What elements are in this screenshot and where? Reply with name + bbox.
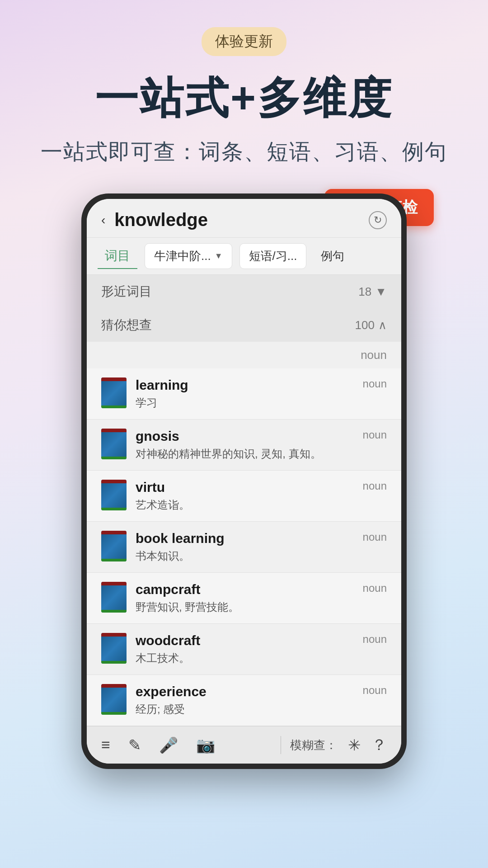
section-similar-title: 形近词目 (101, 283, 152, 300)
first-noun-row: noun (87, 342, 401, 368)
tab-sentence[interactable]: 例句 (314, 244, 352, 269)
camera-icon[interactable]: 📷 (196, 736, 215, 754)
question-icon[interactable]: ？ (371, 735, 387, 755)
word-definition: 学习 (136, 396, 387, 410)
promo-section: 体验更新 一站式+多维度 一站式即可查：词条、短语、习语、例句 (0, 0, 488, 184)
phone-wrapper: 多维度查检 ‹ knowledge ↻ 词目 牛津中阶... ▼ 短语/习...… (81, 193, 407, 769)
tab-phrase[interactable]: 短语/习... (239, 243, 307, 269)
refresh-icon[interactable]: ↻ (369, 211, 387, 229)
word-title: woodcraft (136, 633, 200, 648)
word-definition: 野营知识, 野营技能。 (136, 600, 387, 614)
fuzzy-label: 模糊查： (290, 737, 337, 753)
dropdown-arrow-icon: ▼ (215, 251, 223, 261)
word-definition: 对神秘的精神世界的知识, 灵知, 真知。 (136, 447, 387, 461)
section-similar-words: 形近词目 18 ▼ (87, 275, 401, 308)
word-title: book learning (136, 531, 225, 546)
word-definition: 艺术造诣。 (136, 498, 387, 512)
dict-icon (101, 377, 127, 408)
word-content: campcraft noun 野营知识, 野营技能。 (136, 582, 387, 614)
dict-icon (101, 531, 127, 561)
word-pos: noun (363, 633, 387, 646)
dict-icon (101, 684, 127, 715)
word-content: woodcraft noun 木工技术。 (136, 633, 387, 665)
tab-bar: 词目 牛津中阶... ▼ 短语/习... 例句 (87, 238, 401, 275)
word-pos: noun (363, 480, 387, 492)
word-pos: noun (363, 429, 387, 441)
word-content: book learning noun 书本知识。 (136, 531, 387, 563)
word-pos: noun (363, 684, 387, 697)
first-noun-label: noun (361, 348, 387, 362)
dict-icon (101, 582, 127, 613)
list-item[interactable]: virtu noun 艺术造诣。 (87, 471, 401, 522)
main-title: 一站式+多维度 (0, 70, 488, 128)
list-item[interactable]: woodcraft noun 木工技术。 (87, 624, 401, 675)
toolbar-left-icons: ≡ ✎ 🎤 📷 (101, 736, 272, 754)
word-list: learning noun 学习 gnosis noun 对神秘的精神世界的知识… (87, 368, 401, 726)
list-item[interactable]: campcraft noun 野营知识, 野营技能。 (87, 573, 401, 624)
mic-icon[interactable]: 🎤 (159, 736, 178, 754)
phone-mockup: ‹ knowledge ↻ 词目 牛津中阶... ▼ 短语/习... 例句 针对… (81, 193, 407, 769)
dict-icon (101, 633, 127, 664)
list-item[interactable]: book learning noun 书本知识。 (87, 522, 401, 573)
list-icon[interactable]: ≡ (101, 736, 110, 754)
list-item[interactable]: experience noun 经历; 感受 (87, 675, 401, 726)
edit-icon[interactable]: ✎ (128, 736, 141, 754)
word-content: virtu noun 艺术造诣。 (136, 480, 387, 512)
sub-title: 一站式即可查：词条、短语、习语、例句 (0, 137, 488, 166)
word-definition: 书本知识。 (136, 549, 387, 563)
word-definition: 木工技术。 (136, 651, 387, 665)
list-item[interactable]: gnosis noun 对神秘的精神世界的知识, 灵知, 真知。 (87, 420, 401, 471)
word-title: learning (136, 377, 188, 393)
toolbar-divider (281, 736, 281, 754)
search-word-text: knowledge (114, 210, 360, 230)
word-pos: noun (363, 531, 387, 543)
section-similar-count: 18 ▼ (358, 285, 387, 299)
section-guess-title: 猜你想查 (101, 316, 152, 334)
toolbar-right: 模糊查： ✳ ？ (290, 735, 387, 755)
section-guess-count: 100 ∧ (355, 318, 387, 332)
list-item[interactable]: learning noun 学习 (87, 368, 401, 420)
tab-dictionary-dropdown[interactable]: 牛津中阶... ▼ (145, 243, 232, 269)
word-title: experience (136, 684, 206, 699)
word-content: experience noun 经历; 感受 (136, 684, 387, 717)
word-title: gnosis (136, 429, 179, 444)
tab-wordlist[interactable]: 词目 (98, 244, 137, 269)
word-definition: 经历; 感受 (136, 702, 387, 717)
phone-header: ‹ knowledge ↻ (87, 199, 401, 238)
section-guess: 猜你想查 100 ∧ (87, 308, 401, 342)
word-title: virtu (136, 480, 165, 495)
dict-icon (101, 480, 127, 510)
badge-label: 体验更新 (202, 27, 286, 56)
bottom-toolbar: ≡ ✎ 🎤 📷 模糊查： ✳ ？ (87, 726, 401, 764)
word-pos: noun (363, 582, 387, 594)
word-title: campcraft (136, 582, 200, 597)
word-content: gnosis noun 对神秘的精神世界的知识, 灵知, 真知。 (136, 429, 387, 461)
word-content: learning noun 学习 (136, 377, 387, 410)
phone-screen: ‹ knowledge ↻ 词目 牛津中阶... ▼ 短语/习... 例句 针对… (87, 199, 401, 764)
asterisk-icon[interactable]: ✳ (348, 736, 361, 754)
word-pos: noun (363, 377, 387, 390)
dict-icon (101, 429, 127, 459)
back-arrow-icon[interactable]: ‹ (101, 213, 105, 227)
